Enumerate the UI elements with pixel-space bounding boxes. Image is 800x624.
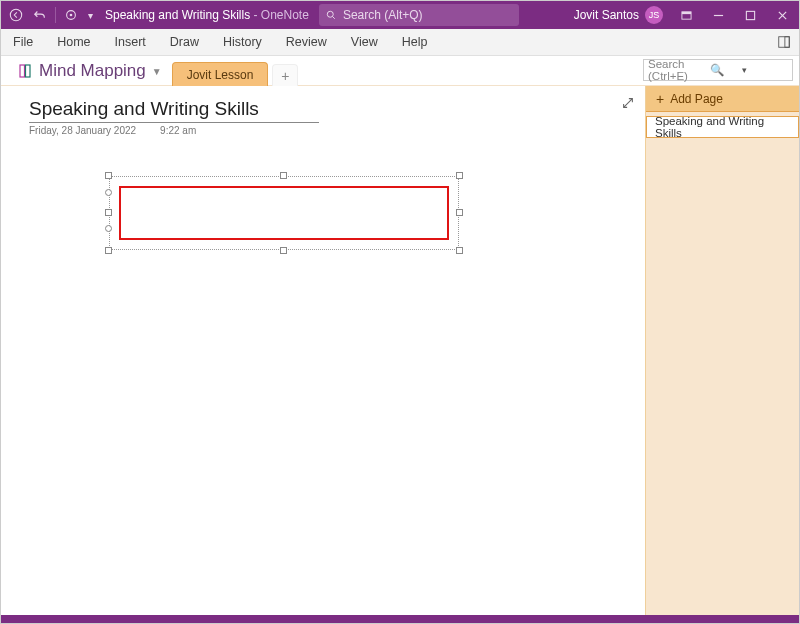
page-title[interactable]: Speaking and Writing Skills (29, 98, 319, 123)
ribbon-tab-history[interactable]: History (211, 29, 274, 55)
notebook-dropdown[interactable]: Mind Mapping ▼ (1, 61, 172, 85)
page-search-placeholder: Search (Ctrl+E) (648, 58, 694, 82)
svg-rect-9 (20, 65, 25, 77)
resize-handle[interactable] (105, 172, 112, 179)
app-window: ▾ Speaking and Writing Skills - OneNote … (0, 0, 800, 624)
page-list-item[interactable]: Speaking and Writing Skills (646, 116, 799, 138)
notebook-name-text: Mind Mapping (39, 61, 146, 81)
resize-handle[interactable] (280, 247, 287, 254)
svg-rect-6 (746, 11, 754, 19)
svg-rect-8 (785, 37, 789, 48)
status-bar (1, 615, 799, 623)
svg-rect-10 (26, 65, 31, 77)
page-meta: Friday, 28 January 2022 9:22 am (29, 125, 319, 136)
page-search-input[interactable]: Search (Ctrl+E) 🔍 ▾ (643, 59, 793, 81)
resize-handle[interactable] (105, 225, 112, 232)
titlebar-right: Jovit Santos JS (568, 1, 799, 29)
main-area: Speaking and Writing Skills Friday, 28 J… (1, 86, 799, 623)
qat-customize-button[interactable]: ▾ (84, 10, 97, 21)
ribbon-tab-help[interactable]: Help (390, 29, 440, 55)
title-bar: ▾ Speaking and Writing Skills - OneNote … (1, 1, 799, 29)
chevron-down-icon: ▾ (740, 65, 788, 75)
resize-handle[interactable] (105, 209, 112, 216)
user-avatar: JS (645, 6, 663, 24)
search-box[interactable]: Search (Alt+Q) (319, 4, 519, 26)
window-title: Speaking and Writing Skills - OneNote (105, 8, 309, 22)
ribbon-tab-view[interactable]: View (339, 29, 390, 55)
ribbon-display-options-button[interactable] (671, 1, 701, 29)
page-canvas[interactable]: Speaking and Writing Skills Friday, 28 J… (1, 86, 645, 623)
undo-button[interactable] (29, 4, 51, 26)
ribbon-tab-file[interactable]: File (1, 29, 45, 55)
ribbon-menu: File Home Insert Draw History Review Vie… (1, 29, 799, 56)
page-title-block: Speaking and Writing Skills Friday, 28 J… (29, 98, 319, 136)
add-section-button[interactable]: + (272, 64, 298, 86)
plus-icon: + (656, 92, 664, 106)
resize-handle[interactable] (456, 172, 463, 179)
page-list-sidebar: + Add Page Speaking and Writing Skills (645, 86, 799, 623)
minimize-button[interactable] (703, 1, 733, 29)
user-name-text: Jovit Santos (574, 8, 639, 22)
full-page-view-button[interactable] (769, 29, 799, 55)
account-button[interactable]: Jovit Santos JS (568, 6, 669, 24)
ribbon-tab-insert[interactable]: Insert (103, 29, 158, 55)
svg-rect-5 (681, 11, 690, 13)
search-icon: 🔍 (694, 63, 740, 77)
resize-handle[interactable] (105, 189, 112, 196)
maximize-button[interactable] (735, 1, 765, 29)
resize-handle[interactable] (105, 247, 112, 254)
chevron-down-icon: ▼ (152, 66, 162, 77)
textbox-shape[interactable] (119, 186, 449, 240)
add-page-button[interactable]: + Add Page (646, 86, 799, 112)
svg-point-3 (327, 11, 333, 17)
selected-object-container[interactable] (109, 176, 459, 250)
expand-icon[interactable] (621, 96, 635, 114)
add-page-label: Add Page (670, 92, 723, 106)
resize-handle[interactable] (456, 209, 463, 216)
app-name-suffix: - OneNote (250, 8, 309, 22)
svg-point-2 (70, 14, 73, 17)
search-placeholder: Search (Alt+Q) (343, 8, 423, 22)
svg-rect-7 (779, 37, 790, 48)
touch-mode-button[interactable] (60, 4, 82, 26)
ribbon-tab-home[interactable]: Home (45, 29, 102, 55)
search-icon (325, 9, 337, 21)
section-tab-active[interactable]: Jovit Lesson (172, 62, 269, 86)
notebook-row: Mind Mapping ▼ Jovit Lesson + Search (Ct… (1, 56, 799, 86)
resize-handle[interactable] (456, 247, 463, 254)
resize-handle[interactable] (280, 172, 287, 179)
page-date[interactable]: Friday, 28 January 2022 (29, 125, 136, 136)
back-button[interactable] (5, 4, 27, 26)
separator (55, 7, 56, 23)
close-button[interactable] (767, 1, 797, 29)
svg-point-0 (10, 9, 21, 20)
page-time[interactable]: 9:22 am (160, 125, 196, 136)
notebook-icon (17, 63, 33, 79)
ribbon-tab-draw[interactable]: Draw (158, 29, 211, 55)
ribbon-tab-review[interactable]: Review (274, 29, 339, 55)
quick-access-toolbar: ▾ (1, 4, 97, 26)
document-title-text: Speaking and Writing Skills (105, 8, 250, 22)
